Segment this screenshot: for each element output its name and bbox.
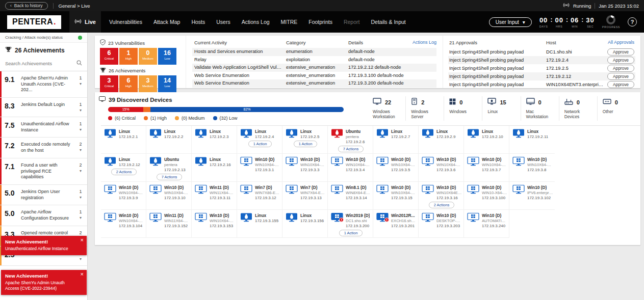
close-icon[interactable]: × [81,271,84,277]
activity-category: extensive_enumeration [286,64,348,72]
close-icon[interactable]: × [81,237,84,243]
achievement-item[interactable]: 5.0Apache Airflow Configuration Exposure… [0,205,87,226]
windows-device-icon [376,213,389,228]
device-card[interactable]: Linux172.19.2.16 [192,154,237,182]
tab-live[interactable]: Live [69,11,101,33]
device-card[interactable]: Win2019 (D)DC1.sho.shi172.19.3.2001 Acti… [328,210,373,238]
toast-title: New Achievement! [5,273,79,279]
device-ip: 172.19.3.4 [346,168,371,172]
nav-item-footprints[interactable]: Footprints [308,19,332,25]
device-card[interactable]: Win10 (D)WIN10X64-NTL...172.19.3.4 [328,154,373,182]
device-card[interactable]: Win10 (D)WIN10X64-SMB...172.19.3.8 [509,154,555,182]
device-actions-button[interactable]: 7 Actions [157,174,182,180]
nav-item-hosts[interactable]: Hosts [191,19,205,25]
activity-details: default-node [348,48,434,56]
device-actions-button[interactable]: 7 Actions [338,146,364,152]
nav-item-vulnerabilities[interactable]: Vulnerabilities [109,19,142,25]
actions-log-link[interactable]: Actions Log [413,40,436,45]
device-card[interactable]: Ubuntupentera172.19.2.67 Actions [328,126,373,154]
main-nav: PENTERA. Live VulnerabilitiesAttack MapH… [0,11,644,33]
device-card[interactable]: Win10 (D)WIN10X64-SMB...172.19.3.6 [419,154,464,182]
approve-button[interactable]: Approve [607,57,634,64]
device-actions-button[interactable]: 1 Action [339,230,363,236]
device-card[interactable]: Linux172.19.2.1 [101,126,146,154]
all-approvals-link[interactable]: All Approvals [608,40,634,45]
device-card[interactable]: Win10 (D)WIN10X64-CYLL...172.19.3.1 [237,154,282,182]
achievement-item[interactable]: 7.2Executed code remotely on the host2▾ [0,138,87,158]
pentera-logo[interactable]: PENTERA. [7,15,61,29]
nav-item-mitre[interactable]: MITRE [281,19,298,25]
help-button[interactable]: ? [628,17,637,26]
approve-button[interactable]: Approve [607,65,634,72]
chevron-down-icon[interactable]: ▾ [80,148,82,152]
broadcast-icon [74,19,82,25]
chevron-down-icon[interactable]: ▾ [80,81,82,86]
nav-item-report[interactable]: Report [344,19,360,25]
approve-button[interactable]: Approve [607,81,634,88]
achievement-item[interactable]: 8.3Jenkins Default Login1▾ [0,98,87,117]
device-card[interactable]: Win10 (D)WIN10X64-DHC...172.19.3.153 [192,210,237,238]
windows-workstation-icon [373,98,381,107]
achievements-header: 26 Achievements [0,43,87,57]
device-card[interactable]: Win10 (D)WIN10X64-KAS...172.19.3.9 [101,182,146,210]
device-card[interactable]: Win10 (D)AUTOMATIONP...172.19.3.240 [464,210,509,238]
device-card[interactable]: Win11 (D)WIN11X64-ENT...172.19.3.11 [192,182,237,210]
approve-button[interactable]: Approve [607,73,634,80]
achievement-item[interactable]: 7.1Found a user with privileged RCE capa… [0,158,87,185]
device-card[interactable]: Linux172.19.2.41 Action [237,126,282,154]
achievement-item[interactable]: 9.1Apache ShenYu Admin Unauth Access (CV… [0,71,87,98]
device-card[interactable]: Linux172.19.2.9 [419,126,464,154]
nav-item-users[interactable]: Users [216,19,230,25]
legend-label: (32) Low [220,116,238,121]
device-name: Win11 (D) [210,185,235,190]
device-actions-button[interactable]: 1 Action [294,141,318,147]
device-card[interactable]: Linux172.19.3.155 [237,210,282,238]
nav-item-details-input[interactable]: Details & Input [371,19,405,25]
chevron-down-icon[interactable]: ▾ [80,127,82,132]
device-card[interactable]: Linux172.19.2.11 [509,126,555,154]
device-card[interactable]: Win10 (D)IPV6.enterprise...172.19.3.102 [509,182,555,210]
device-card[interactable]: Linux172.19.2.3 [192,126,237,154]
device-card[interactable]: Win10 (D)WIN10X64-AUT...172.19.3.10 [146,182,192,210]
back-to-history-button[interactable]: ‹ Back to history [5,2,48,10]
device-card[interactable]: Ubuntupentera172.19.2.137 Actions [146,154,192,182]
device-card[interactable]: Linux172.19.2.2 [146,126,192,154]
device-card[interactable]: Win11 (D)WIN11X64-DHC...172.19.3.152 [146,210,192,238]
search-icon[interactable] [76,59,82,68]
achievement-item[interactable]: 5.0Jenkins Open User registration1▾ [0,185,87,205]
device-card[interactable]: Win10 (D)WIN10X64-MCA...172.19.3.3 [282,154,328,182]
device-name: Win10 (D) [527,185,553,190]
device-card[interactable]: Linux172.19.2.122 Actions [101,154,146,182]
achievement-item[interactable]: 7.5Unauthenticated Airflow Instance1▾ [0,117,87,138]
device-card[interactable]: Win10 (D)WIN10X64-NTL...172.19.3.5 [373,154,419,182]
approve-button[interactable]: Approve [607,48,634,56]
device-card[interactable]: Win7 (D)WIN7X64-ENT1...172.19.3.13 [282,182,328,210]
chevron-down-icon[interactable]: ▾ [80,108,82,113]
device-actions-button[interactable]: 1 Action [248,141,272,147]
device-actions-button[interactable]: 2 Actions [429,202,454,208]
nav-item-actions-log[interactable]: Actions Log [242,19,270,25]
device-card[interactable]: Win8.1 (D)WIN8X64-ENT...172.19.3.14 [328,182,373,210]
device-card[interactable]: Linux172.19.3.156 [282,210,328,238]
device-card[interactable]: Win10 (D)WIN10X64ENT3...172.19.3.162 Act… [419,182,464,210]
chevron-down-icon[interactable]: ▾ [80,169,82,173]
device-card[interactable]: Win7 (D)WIN7X86-ENT1...172.19.3.12 [237,182,282,210]
device-card[interactable]: Linux172.19.2.51 Action [282,126,328,154]
search-input[interactable] [5,61,71,66]
device-card[interactable]: Linux172.19.2.7 [373,126,419,154]
device-card[interactable]: Win10 (D)WIN10X64-MCA...172.19.3.104 [101,210,146,238]
user-input-button[interactable]: User Input ▾ [489,17,532,27]
device-card[interactable]: Win10 (D)WIN10X64-SMB...172.19.3.7 [464,154,509,182]
chevron-down-icon[interactable]: ▾ [80,195,82,200]
device-card[interactable]: Linux172.19.2.10 [464,126,509,154]
chevron-down-icon[interactable]: ▾ [80,257,82,261]
achievement-search [0,57,87,71]
device-actions-button[interactable]: 2 Actions [111,169,137,175]
device-card[interactable]: Win10 (D)WIN10X64-SMB...172.19.3.15 [373,182,419,210]
chevron-down-icon[interactable]: ▾ [80,215,82,220]
device-ip: 172.19.2.2 [164,134,183,139]
device-card[interactable]: Win10 (D)WIN10-X64-100...172.19.3.100 [464,182,509,210]
nav-item-attack-map[interactable]: Attack Map [153,19,181,25]
device-card[interactable]: Win2012R...EXCH16.sho.shi172.19.3.201 [373,210,419,238]
device-card[interactable]: Win10 (D)DESKTOP-639P...172.19.3.203 [419,210,464,238]
